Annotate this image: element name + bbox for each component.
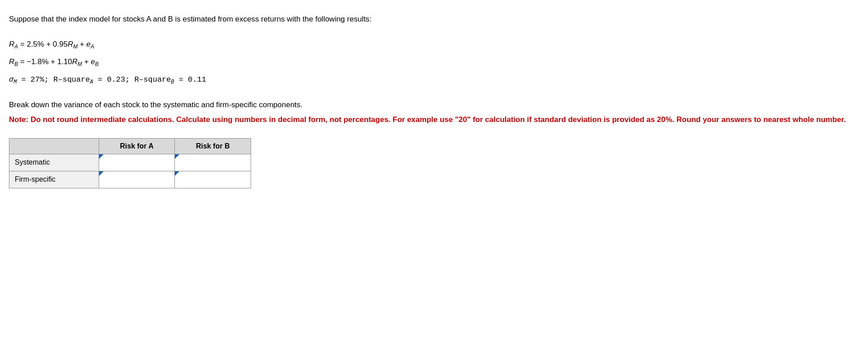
eq2-equals: = −1.8% + 1.10RM + eB [20,57,99,66]
firm-specific-risk-a-input[interactable] [99,171,175,188]
equation-3: σM = 27%; R–squareA = 0.23; R–squareB = … [9,71,859,88]
firm-specific-risk-b-input[interactable] [175,171,251,188]
risk-table-container: Risk for A Risk for B Systematic Firm-sp… [9,138,859,188]
systematic-risk-a-cell[interactable] [99,154,175,171]
firm-specific-risk-b-cell[interactable] [175,171,251,188]
systematic-risk-b-cell[interactable] [175,154,251,171]
equations-block: RA = 2.5% + 0.95RM + eA RB = −1.8% + 1.1… [9,36,859,88]
note-text: Note: Do not round intermediate calculat… [9,114,859,126]
table-row-firm-specific: Firm-specific [9,171,251,188]
eq2-lhs: RB [9,57,18,66]
instructions-line1: Break down the variance of each stock to… [9,99,859,111]
risk-table: Risk for A Risk for B Systematic Firm-sp… [9,138,251,188]
intro-text: Suppose that the index model for stocks … [9,13,859,25]
table-row-systematic: Systematic [9,154,251,171]
eq3-lhs: σM [9,75,17,84]
col-header-risk-b: Risk for B [175,138,251,154]
row-label-systematic: Systematic [9,154,99,171]
firm-specific-risk-a-cell[interactable] [99,171,175,188]
systematic-risk-b-input[interactable] [175,154,251,171]
row-label-firm-specific: Firm-specific [9,171,99,188]
eq1-equals: = 2.5% + 0.95RM + eA [20,40,94,48]
eq1-lhs: RA [9,40,18,48]
equation-1: RA = 2.5% + 0.95RM + eA [9,36,859,53]
col-header-risk-a: Risk for A [99,138,175,154]
systematic-risk-a-input[interactable] [99,154,175,171]
col-header-empty [9,138,99,154]
eq3-rhs: = 27%; R–squareA = 0.23; R–squareB = 0.1… [22,75,206,84]
equation-2: RB = −1.8% + 1.10RM + eB [9,53,859,70]
